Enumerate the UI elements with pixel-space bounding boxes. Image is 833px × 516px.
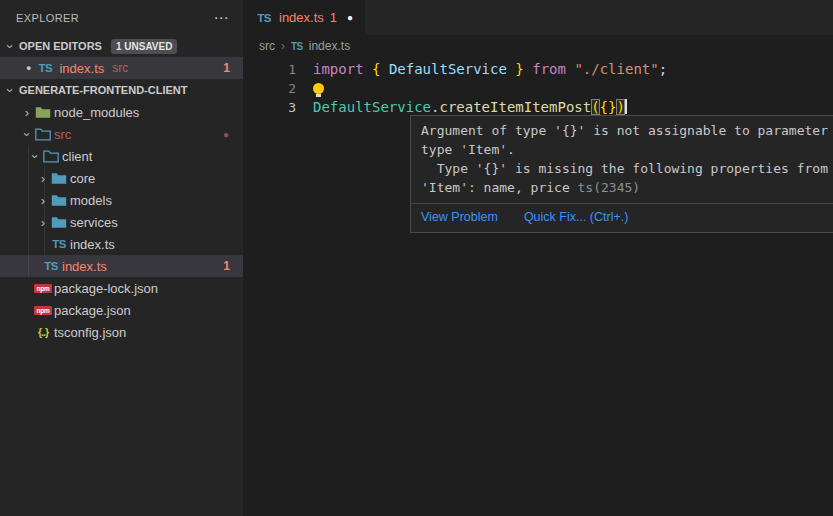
- tree-item-src[interactable]: ›src●: [0, 123, 243, 145]
- ts-icon: TS: [255, 12, 273, 24]
- code-token: [380, 61, 388, 77]
- tree-item-label: package.json: [54, 303, 131, 318]
- code-token: [364, 61, 372, 77]
- tree-item-label: tsconfig.json: [54, 325, 126, 340]
- quick-fix-link[interactable]: Quick Fix... (Ctrl+.): [524, 210, 629, 224]
- tree-item-label: node_modules: [54, 105, 139, 120]
- folder-icon: [50, 172, 68, 185]
- open-editors-header[interactable]: › OPEN EDITORS 1 UNSAVED: [0, 35, 243, 57]
- tree-item-label: src: [54, 127, 71, 142]
- code-line-1: 1import { DefaultService } from "./clien…: [243, 60, 833, 79]
- tree-item-label: core: [70, 171, 95, 186]
- code-editor[interactable]: 1import { DefaultService } from "./clien…: [243, 57, 833, 117]
- folder-icon: [50, 216, 68, 229]
- chevron-down-icon: ›: [3, 39, 18, 53]
- explorer-sidebar: EXPLORER ⋯ › OPEN EDITORS 1 UNSAVED ● TS…: [0, 0, 243, 516]
- code-line-text[interactable]: import { DefaultService } from "./client…: [296, 60, 667, 79]
- npm-icon: npm: [34, 306, 52, 315]
- code-token: [524, 61, 532, 77]
- tree-item-label: index.ts: [70, 237, 115, 252]
- file-tree: ›node_modules›src●›client›core›models›se…: [0, 101, 243, 343]
- tree-item-node-modules[interactable]: ›node_modules: [0, 101, 243, 123]
- chevron-right-icon: ›: [36, 171, 50, 186]
- breadcrumb: src › TS index.ts: [243, 35, 833, 57]
- chevron-down-icon: ›: [20, 127, 35, 141]
- tab-bar: TS index.ts 1 ●: [243, 0, 833, 35]
- text-cursor: [625, 99, 627, 114]
- chevron-down-icon: ›: [28, 149, 43, 163]
- indent-guide: [28, 145, 29, 277]
- tree-item-package-json[interactable]: npmpackage.json: [0, 299, 243, 321]
- chevron-down-icon: ›: [3, 83, 18, 97]
- code-token: "./client": [574, 61, 658, 77]
- tree-item-services[interactable]: ›services: [0, 211, 243, 233]
- line-number: 3: [243, 98, 296, 117]
- tree-item-label: models: [70, 193, 112, 208]
- explorer-title: EXPLORER: [16, 12, 79, 24]
- tooltip-line: 'Item': name, price ts(2345): [421, 178, 833, 197]
- view-problem-link[interactable]: View Problem: [421, 210, 498, 224]
- tree-item-label: package-lock.json: [54, 281, 158, 296]
- code-token: createItemItemPost: [439, 99, 591, 115]
- tab-dirty-dot-icon[interactable]: ●: [347, 12, 353, 23]
- tree-item-core[interactable]: ›core: [0, 167, 243, 189]
- code-token: import: [313, 61, 364, 77]
- ts-icon: TS: [291, 41, 303, 52]
- tree-item-index-ts[interactable]: TSindex.ts: [0, 233, 243, 255]
- tab-filename: index.ts: [279, 10, 324, 25]
- code-token: DefaultService: [389, 61, 507, 77]
- tree-item-index-ts[interactable]: TSindex.ts1: [0, 255, 243, 277]
- code-token: ;: [659, 61, 667, 77]
- code-line-2: 2: [243, 79, 833, 98]
- code-token: from: [532, 61, 566, 77]
- tab-index-ts[interactable]: TS index.ts 1 ●: [243, 0, 365, 35]
- breadcrumb-folder[interactable]: src: [259, 39, 275, 53]
- line-number: 1: [243, 60, 296, 79]
- tab-error-count: 1: [330, 10, 337, 25]
- code-token: }: [515, 61, 523, 77]
- chevron-right-icon: ›: [36, 193, 50, 208]
- tooltip-line: type 'Item'.: [421, 140, 833, 159]
- chevron-right-icon: ›: [36, 215, 50, 230]
- error-count-badge: 1: [223, 61, 230, 75]
- code-token: ): [616, 99, 624, 115]
- vscode-window: EXPLORER ⋯ › OPEN EDITORS 1 UNSAVED ● TS…: [0, 0, 833, 516]
- folder-open-icon: [34, 128, 52, 141]
- error-count-badge: 1: [223, 259, 230, 273]
- tree-item-client[interactable]: ›client: [0, 145, 243, 167]
- error-code: ts(2345): [578, 180, 641, 195]
- chevron-right-icon: ›: [20, 105, 34, 120]
- folder-open-icon: [42, 150, 60, 163]
- unsaved-badge: 1 UNSAVED: [111, 39, 178, 54]
- workspace-header[interactable]: › GENERATE-FRONTEND-CLIENT: [0, 79, 243, 101]
- json-icon: {..}: [34, 326, 52, 338]
- tree-item-package-lock-json[interactable]: npmpackage-lock.json: [0, 277, 243, 299]
- code-token: (: [591, 99, 599, 115]
- workspace-label: GENERATE-FRONTEND-CLIENT: [19, 84, 187, 96]
- ts-icon: TS: [42, 260, 60, 272]
- dirty-dot-icon: ●: [26, 63, 31, 73]
- node-modules-folder-icon: [34, 106, 52, 119]
- code-token: DefaultService: [313, 99, 431, 115]
- npm-icon: npm: [34, 284, 52, 293]
- open-editor-item-index-ts[interactable]: ● TS index.ts src 1: [0, 57, 243, 79]
- ts-icon: TS: [50, 238, 68, 250]
- indent-guide: [44, 167, 45, 255]
- tooltip-line: Type '{}' is missing the following prope…: [421, 159, 833, 178]
- open-editor-filename: index.ts: [59, 61, 104, 76]
- code-line-text[interactable]: [296, 79, 324, 98]
- folder-error-dot-icon: ●: [223, 129, 229, 140]
- breadcrumb-file[interactable]: index.ts: [309, 39, 350, 53]
- breadcrumb-separator: ›: [281, 39, 285, 53]
- lightbulb-icon[interactable]: [313, 83, 324, 94]
- line-number: 2: [243, 79, 296, 98]
- tree-item-tsconfig-json[interactable]: {..}tsconfig.json: [0, 321, 243, 343]
- tree-item-label: index.ts: [62, 259, 107, 274]
- ts-icon: TS: [36, 62, 54, 74]
- tree-item-label: services: [70, 215, 118, 230]
- more-actions-icon[interactable]: ⋯: [214, 10, 229, 25]
- tooltip-line: Argument of type '{}' is not assignable …: [421, 121, 833, 140]
- tree-item-models[interactable]: ›models: [0, 189, 243, 211]
- folder-icon: [50, 194, 68, 207]
- open-editors-label: OPEN EDITORS: [19, 40, 102, 52]
